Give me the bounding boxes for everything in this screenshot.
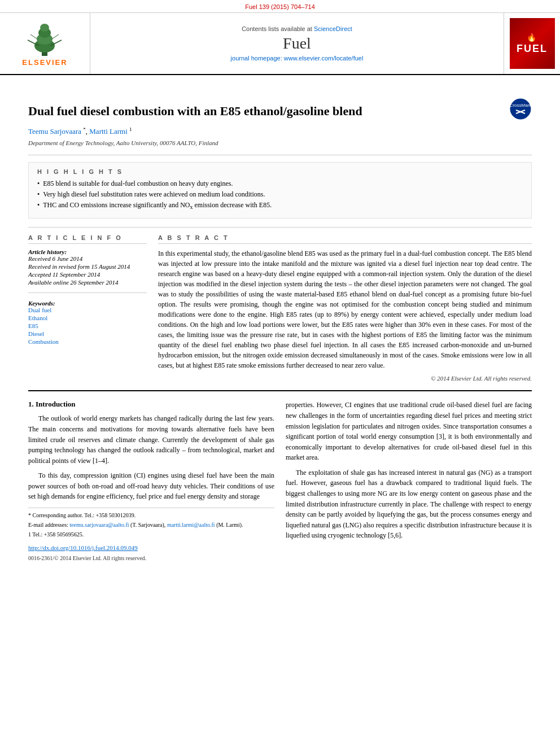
email-link-2[interactable]: martti.larmi@aalto.fi bbox=[167, 522, 216, 528]
author-sarjovaara: Teemu Sarjovaara bbox=[28, 127, 81, 136]
intro-heading: 1. Introduction bbox=[28, 400, 274, 409]
journal-name: Fuel bbox=[283, 34, 311, 53]
footnote-corresponding: * Corresponding author. Tel.: +358 50301… bbox=[28, 512, 274, 519]
highlights-section: H I G H L I G H T S • E85 blend is suita… bbox=[28, 162, 532, 219]
body-content: 1. Introduction The outlook of world ene… bbox=[28, 390, 532, 561]
abstract-label: A B S T R A C T bbox=[158, 234, 532, 244]
email-link-1[interactable]: teemu.sarjovaara@aalto.fi bbox=[69, 522, 130, 528]
keyword-3: E85 bbox=[28, 322, 147, 329]
article-info-label: A R T I C L E I N F O bbox=[28, 234, 147, 244]
right-para-2: The exploitation of shale gas has increa… bbox=[286, 468, 532, 541]
page-wrapper: Fuel 139 (2015) 704–714 ELSEVIER bbox=[0, 0, 560, 747]
doi-link[interactable]: http://dx.doi.org/10.1016/j.fuel.2014.09… bbox=[28, 544, 138, 551]
affiliation: Department of Energy Technology, Aalto U… bbox=[28, 139, 532, 146]
article-title: Dual fuel diesel combustion with an E85 … bbox=[28, 103, 362, 120]
sciencedirect-link[interactable]: ScienceDirect bbox=[314, 25, 352, 32]
divider-2 bbox=[28, 227, 532, 228]
highlight-item-3: • THC and CO emissions increase signific… bbox=[37, 201, 523, 210]
citation-text: Fuel 139 (2015) 704–714 bbox=[245, 3, 315, 10]
divider-keywords bbox=[28, 292, 147, 293]
journal-header: ELSEVIER Contents lists available at Sci… bbox=[0, 13, 560, 75]
intro-para-1: The outlook of world energy markets has … bbox=[28, 413, 274, 466]
journal-info-center: Contents lists available at ScienceDirec… bbox=[90, 13, 504, 74]
footnotes-section: * Corresponding author. Tel.: +358 50301… bbox=[28, 508, 274, 539]
fuel-journal-logo: 🔥 FUEL bbox=[510, 18, 555, 69]
svg-text:CrossMark: CrossMark bbox=[510, 103, 532, 108]
main-content: Dual fuel diesel combustion with an E85 … bbox=[0, 75, 560, 573]
fuel-logo-section: 🔥 FUEL bbox=[504, 13, 560, 74]
bullet-icon: • bbox=[37, 180, 40, 188]
sciencedirect-line: Contents lists available at ScienceDirec… bbox=[242, 25, 352, 32]
elsevier-tree-icon bbox=[22, 20, 67, 57]
highlight-item-1: • E85 blend is suitable for dual-fuel co… bbox=[37, 180, 523, 188]
doi-section: http://dx.doi.org/10.1016/j.fuel.2014.09… bbox=[28, 543, 274, 552]
body-right-col: properties. However, CI engines that use… bbox=[286, 400, 532, 561]
right-para-1: properties. However, CI engines that use… bbox=[286, 400, 532, 463]
highlight-item-2: • Very high diesel fuel substitution rat… bbox=[37, 190, 523, 199]
intro-para-2: To this day, compression ignition (CI) e… bbox=[28, 470, 274, 502]
footnote-emails: E-mail addresses: teemu.sarjovaara@aalto… bbox=[28, 521, 274, 529]
revised-date: Received in revised form 15 August 2014 bbox=[28, 263, 147, 270]
accepted-date: Accepted 11 September 2014 bbox=[28, 271, 147, 278]
copyright-line: © 2014 Elsevier Ltd. All rights reserved… bbox=[158, 375, 532, 382]
available-date: Available online 26 September 2014 bbox=[28, 279, 147, 286]
author-larmi: Martti Larmi bbox=[89, 127, 128, 136]
body-left-col: 1. Introduction The outlook of world ene… bbox=[28, 400, 274, 561]
footnote-tel2: 1 Tel.: +358 505695625. bbox=[28, 531, 274, 539]
bullet-icon: • bbox=[37, 201, 40, 210]
received-date: Received 6 June 2014 bbox=[28, 255, 147, 262]
info-abstract-section: A R T I C L E I N F O Article history: R… bbox=[28, 234, 532, 382]
keyword-2: Ethanol bbox=[28, 314, 147, 321]
svg-point-9 bbox=[510, 99, 531, 119]
abstract-text: In this experimental study, the ethanol/… bbox=[158, 248, 532, 370]
keyword-5: Combustion bbox=[28, 338, 147, 345]
journal-homepage: journal homepage: www.elsevier.com/locat… bbox=[231, 55, 364, 62]
keyword-4: Diesel bbox=[28, 330, 147, 337]
svg-line-8 bbox=[52, 34, 59, 39]
body-two-col: 1. Introduction The outlook of world ene… bbox=[28, 400, 532, 561]
keywords-section: Keywords: Dual fuel Ethanol E85 Diesel C… bbox=[28, 300, 147, 345]
svg-point-4 bbox=[40, 24, 49, 32]
bullet-icon: • bbox=[37, 190, 40, 199]
highlights-label: H I G H L I G H T S bbox=[37, 168, 523, 175]
keyword-1: Dual fuel bbox=[28, 307, 147, 313]
issn-info: 0016-2361/© 2014 Elsevier Ltd. All right… bbox=[28, 555, 274, 561]
article-history: Article history: Received 6 June 2014 Re… bbox=[28, 248, 147, 286]
authors: Teemu Sarjovaara *, Martti Larmi 1 bbox=[28, 126, 532, 136]
elsevier-wordmark: ELSEVIER bbox=[22, 58, 67, 67]
article-info-column: A R T I C L E I N F O Article history: R… bbox=[28, 234, 147, 382]
svg-line-7 bbox=[30, 34, 37, 39]
crossmark-icon: CrossMark bbox=[509, 98, 532, 120]
divider-1 bbox=[28, 155, 532, 155]
abstract-column: A B S T R A C T In this experimental stu… bbox=[158, 234, 532, 382]
elsevier-logo-section: ELSEVIER bbox=[0, 13, 90, 74]
elsevier-logo: ELSEVIER bbox=[22, 20, 67, 67]
journal-citation: Fuel 139 (2015) 704–714 bbox=[0, 0, 560, 13]
